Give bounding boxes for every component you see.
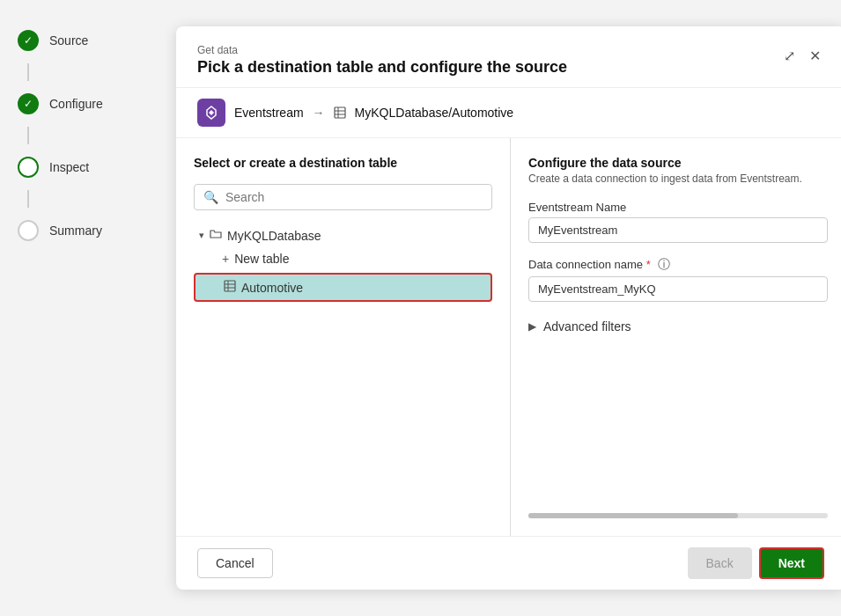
connection-label-row: Data connection name * ⓘ	[528, 257, 828, 273]
step-circle-summary	[18, 220, 39, 241]
close-button[interactable]: ✕	[806, 44, 824, 68]
advanced-filters[interactable]: ▶ Advanced filters	[528, 316, 828, 337]
tree-item-automotive[interactable]: Automotive	[194, 273, 492, 302]
dialog-title-large: Pick a destination table and configure t…	[197, 58, 567, 77]
sidebar-item-source[interactable]: ✓ Source	[0, 18, 159, 63]
tree-db-row[interactable]: ▾ MyKQLDatabase	[194, 224, 492, 246]
expand-button[interactable]: ⤢	[780, 44, 799, 68]
sidebar-item-source-label: Source	[49, 33, 88, 48]
breadcrumb-arrow: →	[313, 106, 325, 120]
right-panel-title: Configure the data source	[528, 156, 828, 170]
tree-db-name: MyKQLDatabase	[227, 229, 321, 243]
scrollbar-track[interactable]	[528, 513, 828, 518]
footer-right: Back Next	[688, 547, 824, 579]
connection-name-label: Data connection name *	[528, 258, 651, 271]
eventstream-icon	[197, 99, 225, 127]
search-box[interactable]: 🔍	[194, 184, 492, 210]
db-icon	[334, 106, 346, 119]
step-connector-1	[27, 63, 29, 81]
right-panel: Configure the data source Create a data …	[511, 138, 841, 536]
eventstream-name-input[interactable]	[528, 217, 828, 243]
next-button[interactable]: Next	[759, 547, 824, 579]
eventstream-name-label: Eventstream Name	[528, 201, 828, 214]
step-circle-source: ✓	[18, 30, 39, 51]
selected-table-name: Automotive	[241, 281, 303, 295]
breadcrumb-db-name: MyKQLDatabase/Automotive	[355, 106, 514, 120]
breadcrumb-source-name: Eventstream	[234, 106, 304, 120]
eventstream-name-field: Eventstream Name	[528, 201, 828, 243]
sidebar-item-inspect-label: Inspect	[49, 160, 89, 174]
connection-name-input[interactable]	[528, 276, 828, 302]
sidebar: ✓ Source ✓ Configure Inspect Summary	[0, 0, 159, 616]
plus-icon: +	[222, 252, 229, 266]
svg-rect-0	[335, 107, 345, 118]
required-indicator: *	[646, 258, 651, 271]
step-circle-inspect	[18, 157, 39, 178]
svg-rect-4	[225, 281, 235, 291]
tree-chevron-down: ▾	[199, 230, 204, 241]
dialog-header-actions: ⤢ ✕	[780, 44, 824, 68]
search-input[interactable]	[225, 190, 483, 204]
left-panel: Select or create a destination table 🔍 ▾	[176, 138, 511, 536]
left-panel-title: Select or create a destination table	[194, 156, 492, 170]
breadcrumb-bar: Eventstream → MyKQLDatabase/Automotive	[176, 88, 841, 138]
main-area: Get data Pick a destination table and co…	[159, 0, 841, 616]
scrollbar-area	[528, 506, 828, 518]
right-panel-desc: Create a data connection to ingest data …	[528, 172, 828, 187]
step-connector-3	[27, 190, 29, 208]
sidebar-item-summary-label: Summary	[49, 224, 102, 238]
sidebar-item-inspect[interactable]: Inspect	[0, 144, 159, 190]
db-folder-icon	[210, 228, 222, 243]
step-connector-2	[27, 127, 29, 144]
sidebar-item-summary[interactable]: Summary	[0, 208, 159, 253]
table-icon	[224, 280, 236, 295]
search-icon: 🔍	[203, 190, 218, 204]
tree-new-table[interactable]: + New table	[194, 248, 492, 269]
dialog-footer: Cancel Back Next	[176, 536, 841, 590]
back-button[interactable]: Back	[688, 547, 752, 579]
dialog-body: Select or create a destination table 🔍 ▾	[176, 138, 841, 536]
connection-name-field: Data connection name * ⓘ	[528, 257, 828, 302]
dialog-titles: Get data Pick a destination table and co…	[197, 44, 567, 77]
advanced-filters-label: Advanced filters	[543, 319, 631, 334]
tree-view: ▾ MyKQLDatabase + New table	[194, 224, 492, 304]
advanced-filters-chevron: ▶	[528, 320, 536, 333]
step-circle-configure: ✓	[18, 93, 39, 114]
dialog: Get data Pick a destination table and co…	[176, 26, 841, 590]
right-panel-header: Configure the data source Create a data …	[528, 156, 828, 187]
dialog-header: Get data Pick a destination table and co…	[176, 26, 841, 88]
dialog-title-small: Get data	[197, 44, 567, 56]
sidebar-item-configure-label: Configure	[49, 97, 103, 111]
cancel-button[interactable]: Cancel	[197, 548, 273, 578]
new-table-label: New table	[234, 252, 289, 266]
scrollbar-thumb	[528, 513, 738, 518]
info-icon[interactable]: ⓘ	[658, 257, 670, 273]
sidebar-item-configure[interactable]: ✓ Configure	[0, 81, 159, 127]
